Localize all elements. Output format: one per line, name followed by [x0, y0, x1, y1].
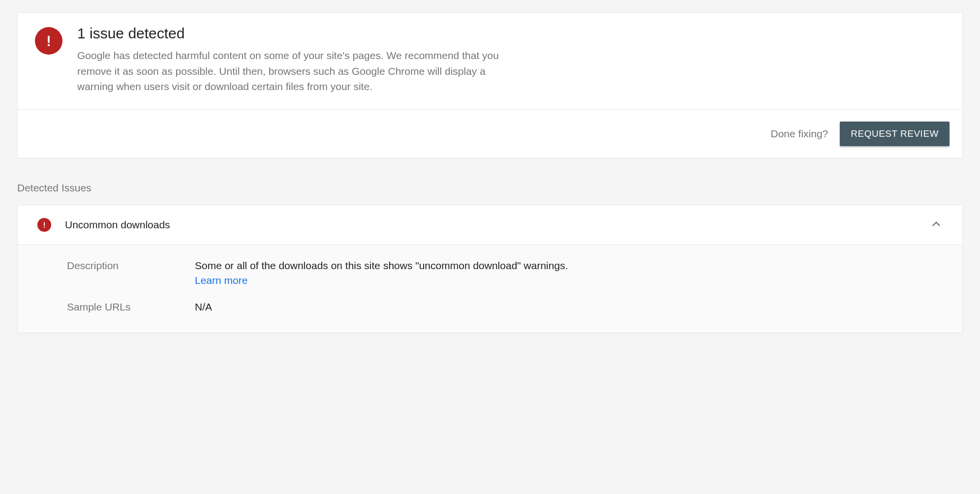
issue-title: 1 issue detected — [77, 25, 510, 42]
sample-urls-label: Sample URLs — [67, 301, 175, 313]
detected-issues-title: Detected Issues — [17, 182, 963, 194]
description-value: Some or all of the downloads on this sit… — [195, 260, 943, 286]
issue-text: 1 issue detected Google has detected har… — [77, 25, 510, 94]
request-review-button[interactable]: REQUEST REVIEW — [840, 122, 949, 146]
sample-urls-row: Sample URLs N/A — [67, 301, 943, 313]
description-text: Some or all of the downloads on this sit… — [195, 260, 568, 271]
alert-icon — [37, 218, 51, 232]
description-row: Description Some or all of the downloads… — [67, 260, 943, 286]
accordion-body: Description Some or all of the downloads… — [18, 245, 962, 333]
accordion-header[interactable]: Uncommon downloads — [18, 205, 962, 245]
accordion-title: Uncommon downloads — [65, 219, 916, 231]
issue-accordion: Uncommon downloads Description Some or a… — [17, 205, 963, 333]
issue-actions: Done fixing? REQUEST REVIEW — [18, 109, 962, 158]
description-label: Description — [67, 260, 175, 286]
issue-card: 1 issue detected Google has detected har… — [17, 12, 963, 158]
learn-more-link[interactable]: Learn more — [195, 275, 247, 286]
alert-icon — [35, 27, 62, 55]
chevron-up-icon — [930, 217, 943, 232]
done-fixing-label: Done fixing? — [771, 128, 828, 140]
sample-urls-value: N/A — [195, 301, 943, 313]
issue-header: 1 issue detected Google has detected har… — [18, 13, 962, 109]
svg-point-0 — [48, 44, 50, 47]
issue-description: Google has detected harmful content on s… — [77, 48, 510, 94]
svg-point-1 — [44, 226, 45, 227]
